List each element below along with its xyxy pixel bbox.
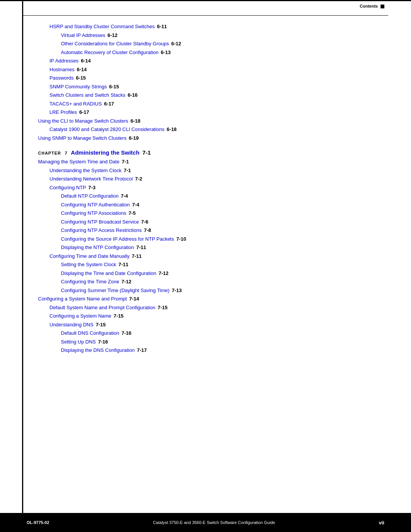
toc-page-number: 7-1 [122, 158, 129, 166]
page-header: Contents [360, 4, 384, 8]
toc-page-number: 7-2 [135, 175, 142, 183]
toc-link[interactable]: Hostnames [49, 66, 75, 73]
toc-link[interactable]: Using the CLI to Manage Switch Clusters [38, 117, 128, 125]
toc-link[interactable]: Displaying the NTP Configuration [61, 244, 134, 251]
toc-page-number: 7-4 [132, 201, 139, 209]
toc-page-number: 7-16 [121, 329, 131, 337]
toc-page-number: 6-12 [171, 40, 181, 48]
toc-link[interactable]: Configuring NTP Authentication [61, 201, 130, 209]
toc-page-number: 6-15 [109, 83, 119, 91]
toc-link[interactable]: Automatic Recovery of Cluster Configurat… [61, 49, 159, 56]
toc-page-number: 7-15 [158, 304, 167, 312]
footer-doc-id: OL-9775-02 [27, 520, 49, 525]
toc-link[interactable]: Other Considerations for Cluster Standby… [61, 40, 169, 48]
toc-link[interactable]: Understanding DNS [49, 321, 94, 329]
toc-link[interactable]: Managing the System Time and Date [38, 158, 119, 166]
left-border [22, 0, 23, 532]
toc-link[interactable]: Understanding Network Time Protocol [49, 175, 133, 183]
toc-link[interactable]: Switch Clusters and Switch Stacks [49, 91, 125, 99]
toc-link[interactable]: Configuring a System Name and Prompt [38, 295, 127, 303]
toc-entry: Configuring NTP Associations7-5 [61, 209, 381, 217]
toc-page-number: 7-5 [129, 209, 136, 217]
chapter-title[interactable]: Administering the Switch [71, 149, 139, 156]
toc-link[interactable]: Default System Name and Prompt Configura… [49, 304, 155, 312]
chapter-page: 7-1 [142, 149, 151, 156]
toc-entry: Configuring Summer Time (Daylight Saving… [61, 287, 381, 294]
chapter-number: 7 [65, 151, 67, 155]
toc-entry: Configuring NTP Broadcast Service7-6 [61, 218, 381, 226]
toc-link[interactable]: Configuring NTP Access Restrictions [61, 227, 142, 234]
toc-entry: Using the CLI to Manage Switch Clusters6… [38, 117, 381, 125]
toc-page-number: 7-13 [172, 287, 182, 294]
toc-link[interactable]: Configuring Summer Time (Daylight Saving… [61, 287, 169, 294]
toc-entry: Setting Up DNS7-16 [61, 338, 381, 346]
chapter7-header: CHAPTER 7 Administering the Switch 7-1 [38, 149, 381, 156]
toc-page-number: 6-14 [81, 57, 91, 65]
toc-page-number: 6-12 [108, 32, 118, 39]
toc-page-number: 7-8 [144, 227, 151, 234]
toc-link[interactable]: TACACS+ and RADIUS [49, 100, 102, 108]
toc-link[interactable]: Using SNMP to Manage Switch Clusters [38, 134, 126, 142]
toc-entry: Configuring NTP Access Restrictions7-8 [61, 227, 381, 234]
toc-page-number: 7-6 [141, 218, 148, 226]
chapter7-entries: Managing the System Time and Date7-1Unde… [38, 158, 381, 354]
toc-link[interactable]: SNMP Community Strings [49, 83, 107, 91]
toc-link[interactable]: Displaying the DNS Configuration [61, 347, 135, 354]
toc-link[interactable]: Configuring the Source IP Address for NT… [61, 235, 174, 243]
toc-page-number: 7-14 [129, 295, 139, 303]
toc-entry: LRE Profiles6-17 [49, 109, 381, 116]
toc-page-number: 7-12 [159, 270, 169, 277]
toc-page-number: 6-16 [127, 91, 137, 99]
toc-link[interactable]: Passwords [49, 74, 74, 82]
toc-link[interactable]: Default DNS Configuration [61, 329, 119, 337]
toc-entry: Automatic Recovery of Cluster Configurat… [61, 49, 381, 56]
toc-entry: SNMP Community Strings6-15 [49, 83, 381, 91]
toc-entry: Default System Name and Prompt Configura… [49, 304, 381, 312]
toc-link[interactable]: Configuring NTP Associations [61, 209, 126, 217]
toc-entry: Understanding Network Time Protocol7-2 [49, 175, 381, 183]
toc-entry: Configuring NTP7-3 [49, 184, 381, 192]
footer-page-number: vii [379, 520, 384, 526]
toc-entry: IP Addresses6-14 [49, 57, 381, 65]
toc-entry: HSRP and Standby Cluster Command Switche… [49, 23, 381, 30]
toc-entry: TACACS+ and RADIUS6-17 [49, 100, 381, 108]
toc-page-number: 6-15 [76, 74, 86, 82]
toc-entry: Configuring the Source IP Address for NT… [61, 235, 381, 243]
toc-link[interactable]: Setting Up DNS [61, 338, 96, 346]
toc-link[interactable]: IP Addresses [49, 57, 78, 65]
toc-page-number: 7-4 [121, 192, 128, 200]
toc-link[interactable]: Understanding the System Clock [49, 167, 121, 174]
toc-entry: Switch Clusters and Switch Stacks6-16 [49, 91, 381, 99]
toc-link[interactable]: Configuring NTP Broadcast Service [61, 218, 139, 226]
toc-entry: Configuring the Time Zone7-12 [61, 278, 381, 286]
toc-page-number: 7-12 [121, 278, 131, 286]
chapter6-entries: HSRP and Standby Cluster Command Switche… [38, 23, 381, 142]
toc-page-number: 7-11 [118, 261, 128, 268]
toc-entry: Configuring a System Name and Prompt7-14 [38, 295, 381, 303]
toc-link[interactable]: Catalyst 1900 and Catalyst 2820 CLI Cons… [49, 126, 164, 133]
toc-page-number: 7-10 [176, 235, 186, 243]
toc-link[interactable]: Default NTP Configuration [61, 192, 119, 200]
toc-link[interactable]: Configuring Time and Date Manually [49, 252, 129, 260]
toc-page-number: 6-17 [79, 109, 89, 116]
toc-link[interactable]: Configuring NTP [49, 184, 86, 192]
toc-link[interactable]: Configuring a System Name [49, 312, 112, 320]
toc-link[interactable]: LRE Profiles [49, 109, 77, 116]
toc-entry: Displaying the DNS Configuration7-17 [61, 347, 381, 354]
toc-entry: Other Considerations for Cluster Standby… [61, 40, 381, 48]
toc-page-number: 6-17 [104, 100, 114, 108]
footer-title: Catalyst 3750-E and 3560-E Switch Softwa… [153, 520, 275, 525]
toc-page-number: 7-11 [132, 252, 142, 260]
top-border [0, 0, 411, 1]
toc-link[interactable]: Configuring the Time Zone [61, 278, 119, 286]
toc-entry: Configuring a System Name7-15 [49, 312, 381, 320]
toc-link[interactable]: HSRP and Standby Cluster Command Switche… [49, 23, 155, 30]
toc-entry: Passwords6-15 [49, 74, 381, 82]
toc-link[interactable]: Virtual IP Addresses [61, 32, 105, 39]
toc-link[interactable]: Displaying the Time and Date Configurati… [61, 270, 156, 277]
toc-page-number: 7-11 [136, 244, 146, 251]
toc-page-number: 7-16 [98, 338, 108, 346]
toc-entry: Configuring NTP Authentication7-4 [61, 201, 381, 209]
toc-link[interactable]: Setting the System Clock [61, 261, 116, 268]
toc-page-number: 6-19 [129, 134, 139, 142]
